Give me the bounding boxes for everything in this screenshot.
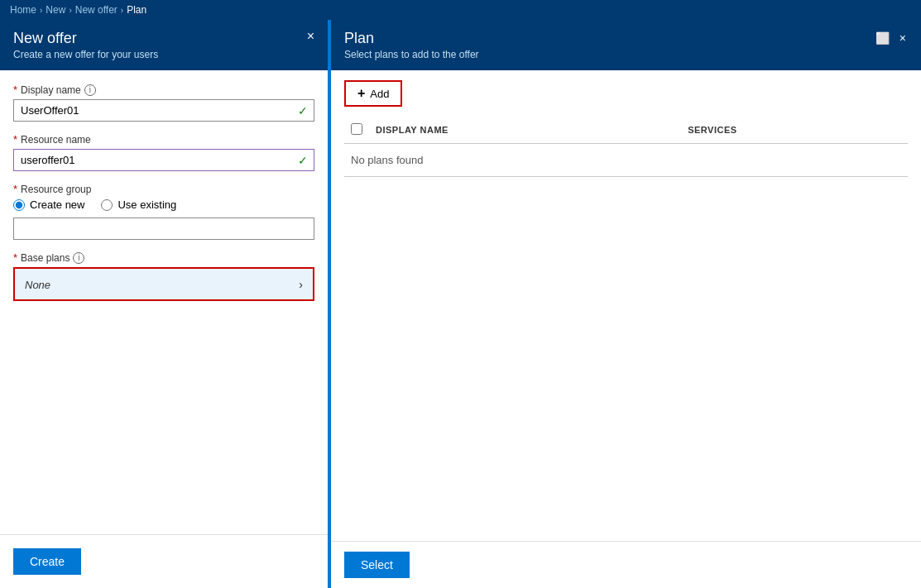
right-panel-footer: Select <box>331 541 921 588</box>
resource-name-group: * Resource name ✓ <box>13 133 314 171</box>
resource-group-input[interactable] <box>13 218 314 240</box>
create-new-radio[interactable] <box>13 199 25 211</box>
use-existing-radio[interactable] <box>101 199 113 211</box>
breadcrumb-sep1: › <box>40 6 42 15</box>
left-header-text: New offer Create a new offer for your us… <box>13 30 158 60</box>
display-name-group: * Display name i ✓ <box>13 84 314 122</box>
resource-group-input-wrapper <box>13 218 314 240</box>
add-button[interactable]: + Add <box>344 80 402 107</box>
resource-group-radio-group: Create new Use existing <box>13 198 314 211</box>
right-panel: Plan Select plans to add to the offer ⬜ … <box>331 20 921 588</box>
create-button[interactable]: Create <box>13 548 81 575</box>
base-plans-chevron-icon: › <box>299 278 303 291</box>
plan-table: DISPLAY NAME SERVICES No plans found <box>344 117 908 177</box>
create-new-label: Create new <box>30 198 84 211</box>
select-button[interactable]: Select <box>344 552 410 578</box>
resource-name-input-wrapper: ✓ <box>13 149 314 171</box>
display-name-input-wrapper: ✓ <box>13 99 314 122</box>
base-plans-info-icon[interactable]: i <box>73 252 84 264</box>
table-header-services: SERVICES <box>681 117 908 144</box>
right-panel-title: Plan <box>344 30 479 47</box>
breadcrumb-new[interactable]: New <box>46 4 65 16</box>
display-name-label: * Display name i <box>13 84 314 96</box>
use-existing-radio-option[interactable]: Use existing <box>101 198 176 211</box>
resource-name-check-icon: ✓ <box>298 154 308 167</box>
resource-group-group: * Resource group Create new Use existing <box>13 183 314 240</box>
breadcrumb-home[interactable]: Home <box>10 4 36 16</box>
resource-name-label: * Resource name <box>13 133 314 146</box>
right-panel-close-button[interactable]: × <box>898 30 908 46</box>
no-plans-message: No plans found <box>344 144 908 177</box>
use-existing-label: Use existing <box>118 198 176 211</box>
create-new-radio-option[interactable]: Create new <box>13 198 84 211</box>
base-plans-selector[interactable]: None › <box>13 267 314 301</box>
base-plans-group: * Base plans i None › <box>13 251 314 301</box>
base-plans-required: * <box>13 251 17 264</box>
left-panel-content: * Display name i ✓ * Resource name ✓ <box>0 70 328 534</box>
display-name-info-icon[interactable]: i <box>84 84 96 96</box>
right-header-text: Plan Select plans to add to the offer <box>344 30 479 60</box>
left-panel-header: New offer Create a new offer for your us… <box>0 20 328 70</box>
base-plans-content: None <box>25 277 50 291</box>
breadcrumb-current: Plan <box>127 4 146 16</box>
left-panel-footer: Create <box>0 534 328 588</box>
add-icon: + <box>357 87 365 100</box>
breadcrumb-sep2: › <box>69 6 71 15</box>
right-panel-window-controls: ⬜ × <box>874 30 908 46</box>
resource-group-label: * Resource group <box>13 183 314 195</box>
main-container: New offer Create a new offer for your us… <box>0 20 921 588</box>
right-panel-subtitle: Select plans to add to the offer <box>344 49 479 60</box>
display-name-required: * <box>13 84 17 96</box>
table-header-display-name: DISPLAY NAME <box>369 117 681 144</box>
left-panel: New offer Create a new offer for your us… <box>0 20 331 588</box>
table-header-checkbox <box>344 117 369 144</box>
restore-button[interactable]: ⬜ <box>874 30 891 46</box>
no-plans-row: No plans found <box>344 144 908 177</box>
left-panel-subtitle: Create a new offer for your users <box>13 49 158 60</box>
select-all-checkbox[interactable] <box>351 123 362 135</box>
breadcrumb-sep3: › <box>121 6 123 15</box>
left-panel-close-button[interactable]: × <box>307 30 314 43</box>
left-panel-title: New offer <box>13 30 158 47</box>
display-name-input[interactable] <box>13 99 314 122</box>
resource-group-required: * <box>13 183 17 195</box>
display-name-check-icon: ✓ <box>298 104 308 117</box>
right-panel-content: + Add DISPLAY NAME SERVICES No plans fou <box>331 70 921 541</box>
breadcrumb-new-offer[interactable]: New offer <box>75 4 118 16</box>
table-header-row: DISPLAY NAME SERVICES <box>344 117 908 144</box>
base-plans-value: None <box>25 279 50 291</box>
breadcrumb: Home › New › New offer › Plan <box>0 0 921 20</box>
resource-name-required: * <box>13 133 17 146</box>
resource-name-input[interactable] <box>13 149 314 171</box>
add-label: Add <box>370 88 389 100</box>
right-panel-header: Plan Select plans to add to the offer ⬜ … <box>331 20 921 70</box>
base-plans-label: * Base plans i <box>13 251 314 264</box>
